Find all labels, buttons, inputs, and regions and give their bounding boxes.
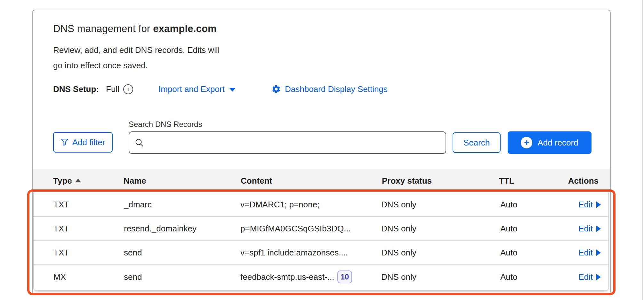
- dns-management-screen: DNS management for example.com Review, a…: [0, 0, 644, 300]
- record-content: v=spf1 include:amazonses....: [240, 248, 348, 258]
- table-row: TXT resend._domainkey p=MIGfMA0GCSqGSIb3…: [34, 217, 608, 241]
- domain-name: example.com: [153, 23, 217, 34]
- record-proxy-status: DNS only: [381, 248, 416, 258]
- dashboard-display-settings-link[interactable]: Dashboard Display Settings: [271, 82, 388, 96]
- import-export-label: Import and Export: [158, 84, 225, 94]
- record-ttl: Auto: [500, 224, 518, 234]
- dns-setup-value: Full: [106, 84, 119, 94]
- column-header-actions: Actions: [568, 169, 599, 192]
- table-row: TXT send v=spf1 include:amazonses.... DN…: [34, 241, 608, 265]
- record-type: MX: [53, 272, 66, 282]
- page-subtitle: Review, add, and edit DNS records. Edits…: [53, 42, 220, 73]
- import-export-link[interactable]: Import and Export: [158, 82, 236, 96]
- column-header-ttl[interactable]: TTL: [499, 169, 514, 192]
- record-type: TXT: [53, 224, 69, 234]
- edit-arrow-icon: [596, 249, 601, 256]
- search-icon: [134, 138, 144, 147]
- record-name: _dmarc: [124, 200, 152, 210]
- page-title: DNS management for example.com: [53, 23, 217, 35]
- dns-setup-label: DNS Setup:: [53, 84, 99, 94]
- filter-funnel-icon: [61, 138, 68, 146]
- record-name: send: [124, 272, 142, 282]
- add-filter-label: Add filter: [72, 138, 105, 147]
- search-field-label: Search DNS Records: [129, 120, 202, 129]
- search-input[interactable]: [148, 138, 440, 148]
- search-button-label: Search: [463, 138, 490, 148]
- add-filter-button[interactable]: Add filter: [53, 132, 113, 153]
- record-content: p=MIGfMA0GCSqGSIb3DQ...: [240, 224, 351, 234]
- record-ttl: Auto: [500, 272, 518, 282]
- column-header-content-label: Content: [241, 176, 272, 186]
- record-content: v=DMARC1; p=none;: [240, 200, 319, 210]
- record-name: resend._domainkey: [124, 224, 197, 234]
- record-proxy-status: DNS only: [381, 224, 416, 234]
- edit-label: Edit: [578, 224, 593, 234]
- gear-icon: [271, 84, 281, 94]
- column-header-proxy-status-label: Proxy status: [382, 176, 432, 186]
- dashboard-display-settings-label: Dashboard Display Settings: [285, 84, 388, 94]
- column-header-type-label: Type: [53, 176, 72, 186]
- search-input-container: [129, 131, 446, 154]
- column-header-actions-label: Actions: [568, 176, 599, 186]
- column-header-type[interactable]: Type: [53, 169, 81, 192]
- subtitle-line-1: Review, add, and edit DNS records. Edits…: [53, 42, 220, 58]
- record-type: TXT: [53, 248, 69, 258]
- plus-circle-icon: +: [521, 137, 532, 148]
- record-content-text: feedback-smtp.us-east-...: [240, 272, 334, 282]
- info-icon[interactable]: i: [123, 84, 133, 94]
- dns-management-card: DNS management for example.com Review, a…: [32, 10, 611, 295]
- mx-priority-badge: 10: [337, 271, 352, 283]
- edit-record-link[interactable]: Edit: [578, 224, 601, 234]
- edit-record-link[interactable]: Edit: [578, 248, 601, 258]
- chevron-down-icon: [229, 88, 236, 92]
- record-ttl: Auto: [500, 200, 518, 210]
- sort-ascending-icon: [75, 179, 81, 182]
- add-record-button[interactable]: + Add record: [508, 131, 592, 154]
- record-ttl: Auto: [500, 248, 518, 258]
- column-header-proxy-status[interactable]: Proxy status: [382, 169, 432, 192]
- record-name: send: [124, 248, 142, 258]
- column-header-content[interactable]: Content: [241, 169, 272, 192]
- viewport-edge-divider: [642, 0, 643, 300]
- edit-arrow-icon: [596, 225, 601, 232]
- record-type: TXT: [53, 200, 69, 210]
- record-proxy-status: DNS only: [381, 272, 416, 282]
- edit-label: Edit: [578, 200, 593, 210]
- column-header-name-label: Name: [124, 176, 146, 186]
- record-content: feedback-smtp.us-east-... 10: [240, 271, 352, 283]
- column-header-ttl-label: TTL: [499, 176, 514, 186]
- table-row: TXT _dmarc v=DMARC1; p=none; DNS only Au…: [34, 193, 608, 217]
- page-title-prefix: DNS management for: [53, 23, 153, 34]
- table-header-row: Type Name Content Proxy status TTL Actio…: [33, 169, 610, 192]
- dns-records-table-body: TXT _dmarc v=DMARC1; p=none; DNS only Au…: [33, 193, 609, 291]
- column-header-name[interactable]: Name: [124, 169, 146, 192]
- edit-arrow-icon: [596, 201, 601, 208]
- search-button[interactable]: Search: [453, 132, 501, 153]
- edit-label: Edit: [578, 272, 593, 282]
- edit-record-link[interactable]: Edit: [578, 272, 601, 282]
- table-row: MX send feedback-smtp.us-east-... 10 DNS…: [34, 265, 608, 289]
- edit-label: Edit: [578, 248, 593, 258]
- add-record-label: Add record: [537, 138, 578, 148]
- edit-arrow-icon: [596, 274, 601, 280]
- subtitle-line-2: go into effect once saved.: [53, 58, 220, 73]
- record-proxy-status: DNS only: [381, 200, 416, 210]
- dns-setup-row: DNS Setup: Full i: [53, 82, 133, 96]
- edit-record-link[interactable]: Edit: [578, 200, 601, 210]
